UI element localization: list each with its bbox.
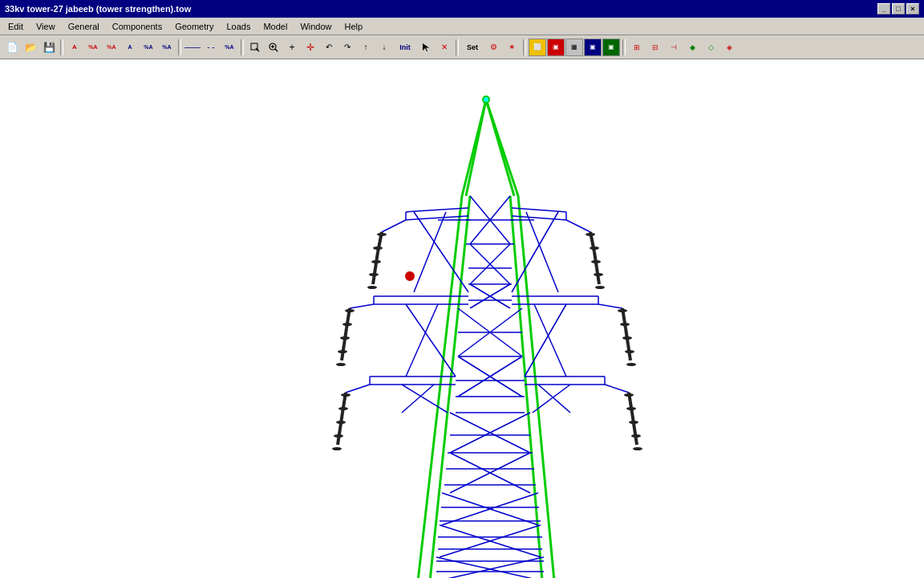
rotate-right-button[interactable]: ↷ xyxy=(338,39,356,56)
delete-button[interactable]: ✕ xyxy=(436,39,453,56)
node-a5-button[interactable]: %A xyxy=(140,39,157,56)
svg-point-119 xyxy=(618,309,627,312)
svg-line-65 xyxy=(406,304,438,377)
separator-6 xyxy=(622,39,626,55)
view-btn-1[interactable]: ⬜ xyxy=(529,39,546,56)
minimize-button[interactable]: _ xyxy=(877,3,890,14)
svg-point-104 xyxy=(590,246,599,250)
svg-point-113 xyxy=(340,336,350,340)
svg-point-139 xyxy=(633,447,642,450)
menu-help[interactable]: Help xyxy=(338,20,370,33)
init-button[interactable]: Init xyxy=(394,39,416,56)
set-button[interactable]: Set xyxy=(461,39,484,56)
rtool-5[interactable]: ◇ xyxy=(702,39,719,56)
menu-components[interactable]: Components xyxy=(106,20,168,33)
move-button[interactable]: ✛ xyxy=(302,39,319,56)
menu-model[interactable]: Model xyxy=(257,20,294,33)
svg-point-122 xyxy=(625,350,634,353)
rotate-left-button[interactable]: ↶ xyxy=(320,39,338,56)
zoom-box-icon xyxy=(249,42,261,53)
zoom-box-button[interactable] xyxy=(246,39,264,56)
close-button[interactable]: × xyxy=(906,3,919,14)
node-a1-button[interactable]: A xyxy=(66,39,83,56)
save-button[interactable]: 💾 xyxy=(40,39,58,56)
menu-geometry[interactable]: Geometry xyxy=(168,20,220,33)
svg-point-115 xyxy=(336,363,346,366)
svg-point-114 xyxy=(338,350,347,353)
svg-point-127 xyxy=(341,393,351,397)
svg-point-112 xyxy=(342,323,352,326)
rtool-3[interactable]: ⊣ xyxy=(665,39,683,56)
svg-point-140 xyxy=(405,271,415,281)
svg-point-120 xyxy=(620,323,630,326)
menu-general[interactable]: General xyxy=(62,20,106,33)
zoom-in-button[interactable] xyxy=(265,39,282,56)
svg-line-46 xyxy=(526,212,558,292)
svg-line-33 xyxy=(382,220,406,232)
rtool-2[interactable]: ⊟ xyxy=(646,39,664,56)
separator-5 xyxy=(523,39,526,55)
main-canvas: .green-member { stroke: #00cc00; stroke-… xyxy=(0,59,924,578)
svg-point-131 xyxy=(332,447,342,450)
svg-line-45 xyxy=(512,212,558,292)
node-a4-button[interactable]: A xyxy=(121,39,139,56)
svg-point-138 xyxy=(631,434,641,438)
view-btn-4[interactable]: ▣ xyxy=(584,39,602,56)
rtool-4[interactable]: ◆ xyxy=(683,39,701,56)
rotate-down-button[interactable]: ↓ xyxy=(375,39,393,56)
select-button[interactable] xyxy=(417,39,435,56)
select-icon xyxy=(420,42,432,53)
svg-point-135 xyxy=(624,393,634,397)
rotate-up-button[interactable]: ↑ xyxy=(357,39,375,56)
open-button[interactable]: 📂 xyxy=(22,39,39,56)
maximize-button[interactable]: □ xyxy=(892,3,905,14)
svg-point-103 xyxy=(586,233,595,236)
rtool-6[interactable]: ◈ xyxy=(720,39,738,56)
svg-point-137 xyxy=(629,421,638,424)
toolbar: 📄 📂 💾 A %A %A A %A %A —— - - %A xyxy=(0,35,924,59)
line-solid-button[interactable]: —— xyxy=(184,39,201,56)
view-btn-3[interactable]: ▦ xyxy=(565,39,583,56)
svg-line-93 xyxy=(375,252,378,268)
new-button[interactable]: 📄 xyxy=(3,39,21,56)
rtool-1[interactable]: ⊞ xyxy=(628,39,646,56)
svg-line-63 xyxy=(605,385,629,393)
svg-line-94 xyxy=(373,268,375,284)
svg-line-102 xyxy=(597,268,599,284)
svg-point-99 xyxy=(367,286,377,289)
tool-extra1[interactable]: ⚙ xyxy=(484,39,502,56)
svg-line-5 xyxy=(275,49,278,51)
svg-point-142 xyxy=(484,97,488,102)
svg-point-106 xyxy=(594,273,603,276)
svg-line-67 xyxy=(534,304,566,377)
line-dash-button[interactable]: - - xyxy=(202,39,220,56)
svg-point-95 xyxy=(377,233,387,236)
title-bar: 33kv tower-27 jabeeb (tower strengthen).… xyxy=(0,0,924,18)
node-a7-button[interactable]: %A xyxy=(221,39,238,56)
svg-line-117 xyxy=(626,328,628,344)
svg-point-123 xyxy=(626,363,636,366)
svg-line-34 xyxy=(566,220,590,232)
menu-window[interactable]: Window xyxy=(294,20,338,33)
svg-point-130 xyxy=(334,434,343,438)
menu-edit[interactable]: Edit xyxy=(2,20,30,33)
svg-point-97 xyxy=(371,260,381,263)
menu-loads[interactable]: Loads xyxy=(220,20,257,33)
view-btn-2[interactable]: ▣ xyxy=(547,39,565,56)
svg-line-12 xyxy=(462,100,486,196)
pan-button[interactable]: + xyxy=(283,39,301,56)
svg-line-125 xyxy=(340,413,342,429)
node-a3-button[interactable]: %A xyxy=(103,39,120,56)
node-a6-button[interactable]: %A xyxy=(158,39,176,56)
zoom-in-icon xyxy=(268,42,279,53)
node-a2-button[interactable]: %A xyxy=(84,39,102,56)
svg-line-42 xyxy=(598,304,622,308)
svg-line-89 xyxy=(402,385,434,413)
view-btn-5[interactable]: ▣ xyxy=(602,39,620,56)
svg-line-62 xyxy=(346,385,370,393)
svg-point-128 xyxy=(338,407,348,410)
svg-point-105 xyxy=(591,260,601,263)
tool-extra2[interactable]: ✶ xyxy=(503,39,521,56)
title-text: 33kv tower-27 jabeeb (tower strengthen).… xyxy=(5,4,877,14)
menu-view[interactable]: View xyxy=(30,20,62,33)
